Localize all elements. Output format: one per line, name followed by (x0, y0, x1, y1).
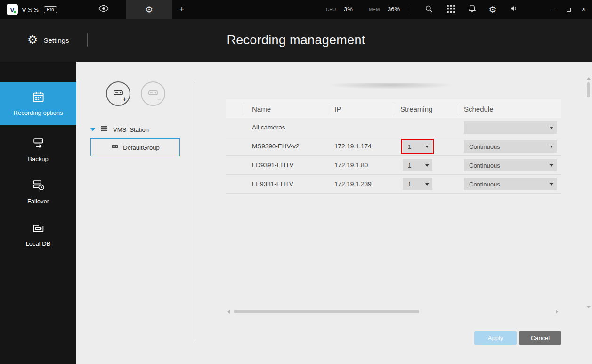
camera-ip: 172.19.1.239 (334, 175, 372, 193)
remove-station-button[interactable]: − (141, 81, 165, 106)
tab-settings[interactable]: ⚙ (126, 0, 172, 19)
page-header: ⚙ Settings Recording management (0, 19, 592, 62)
settings-sidebar: Recording options Backup Failover Local … (0, 62, 76, 364)
plus-icon: + (122, 96, 126, 103)
hscroll-right-arrow[interactable] (556, 310, 558, 314)
tab-live-view[interactable] (90, 0, 117, 19)
panel-divider (195, 82, 195, 340)
column-separator (244, 105, 244, 113)
camera-ip: 172.19.1.80 (334, 156, 368, 174)
apps-grid-button[interactable] (445, 4, 457, 15)
recording-options-panel: + − VMS_Station DefaultGroup Name IP Str… (76, 62, 592, 364)
system-settings-button[interactable]: ⚙ (487, 4, 499, 15)
group-drive-icon (111, 142, 119, 153)
page-title: Recording management (0, 19, 592, 62)
expand-arrow-icon[interactable] (90, 128, 95, 131)
calendar-icon (32, 90, 45, 105)
station-stack-icon (100, 124, 108, 135)
maximize-icon (567, 8, 571, 12)
table-row-camera: FE9381-EHTV 172.19.1.239 1 Continuous (226, 175, 561, 194)
close-button[interactable]: × (576, 0, 592, 19)
sidebar-item-backup[interactable]: Backup (0, 135, 76, 164)
column-header-streaming: Streaming (400, 99, 432, 118)
maximize-button[interactable] (561, 0, 576, 19)
bell-icon (468, 4, 477, 15)
sidebar-item-recording-options[interactable]: Recording options (0, 82, 76, 125)
schedule-value: Continuous (464, 181, 546, 188)
sidebar-item-label: Local DB (26, 240, 51, 247)
audio-button[interactable] (508, 4, 520, 15)
cancel-button[interactable]: Cancel (519, 331, 561, 345)
camera-ip: 172.19.1.174 (334, 137, 372, 155)
column-separator (456, 105, 456, 113)
titlebar: V VSS Pro ⚙ + CPU 3% MEM 36% ⚙ – (0, 0, 592, 19)
add-tab-button[interactable]: + (172, 0, 191, 19)
tree-node-station[interactable]: VMS_Station (90, 124, 149, 135)
column-separator (395, 105, 395, 113)
column-header-name: Name (252, 99, 271, 118)
table-row-camera: MS9390-EHV-v2 172.19.1.174 1 Continuous (226, 137, 561, 156)
pro-badge: Pro (44, 6, 57, 13)
streaming-value: 1 (403, 181, 422, 188)
streaming-dropdown[interactable]: 1 (403, 178, 432, 190)
titlebar-divider (408, 5, 408, 14)
eye-icon (98, 3, 109, 16)
hscroll-left-arrow[interactable] (227, 310, 230, 314)
speaker-icon (509, 4, 519, 15)
minus-icon: − (157, 96, 161, 103)
cpu-value: 3% (344, 6, 353, 13)
chevron-down-icon (546, 127, 557, 129)
server-minus-icon (147, 87, 159, 100)
tree-node-default-group[interactable]: DefaultGroup (90, 138, 180, 156)
chevron-down-icon (422, 164, 432, 167)
gear-icon: ⚙ (145, 5, 153, 14)
mem-value: 36% (388, 6, 400, 13)
streaming-value: 1 (403, 162, 422, 169)
camera-name: MS9390-EHV-v2 (252, 137, 300, 155)
station-label: VMS_Station (113, 126, 149, 133)
table-row-camera: FD9391-EHTV 172.19.1.80 1 Continuous (226, 156, 561, 175)
cpu-label: CPU (326, 7, 336, 12)
minimize-button[interactable]: – (547, 0, 561, 19)
schedule-dropdown-all[interactable] (464, 121, 557, 134)
chevron-down-icon (422, 183, 432, 186)
group-label: DefaultGroup (123, 144, 159, 151)
vscroll-down-arrow[interactable] (587, 306, 591, 308)
streaming-dropdown[interactable]: 1 (403, 140, 432, 153)
gear-icon: ⚙ (488, 5, 496, 14)
table-header-row: Name IP Streaming Schedule (226, 99, 561, 118)
vss-logo-icon: V (7, 4, 18, 15)
chevron-down-icon (422, 146, 432, 148)
camera-name: FD9391-EHTV (252, 156, 294, 174)
sidebar-item-failover[interactable]: Failover (0, 177, 76, 206)
column-separator (329, 105, 329, 113)
failover-icon (32, 179, 45, 194)
search-icon (424, 4, 433, 15)
notifications-button[interactable] (466, 4, 478, 15)
backup-icon (32, 137, 45, 151)
column-header-schedule: Schedule (464, 99, 494, 118)
sidebar-item-label: Recording options (14, 109, 63, 116)
chevron-down-icon (546, 146, 557, 148)
sidebar-item-local-db[interactable]: Local DB (0, 219, 76, 249)
horizontal-scrollbar[interactable] (234, 310, 419, 313)
schedule-value: Continuous (464, 143, 546, 150)
apply-button[interactable]: Apply (474, 331, 517, 345)
schedule-value: Continuous (464, 162, 546, 169)
vscroll-up-arrow[interactable] (587, 77, 591, 80)
camera-name: All cameras (252, 118, 285, 137)
schedule-dropdown[interactable]: Continuous (464, 140, 557, 153)
streaming-dropdown[interactable]: 1 (403, 159, 432, 171)
vertical-scrollbar[interactable] (587, 82, 590, 97)
app-name: VSS (22, 6, 40, 14)
scroll-shadow (304, 83, 478, 89)
column-header-ip: IP (334, 99, 341, 118)
search-button[interactable] (422, 4, 435, 15)
chevron-down-icon (546, 183, 557, 186)
add-station-button[interactable]: + (106, 81, 130, 106)
server-plus-icon (113, 87, 124, 100)
mem-label: MEM (369, 7, 380, 12)
streaming-value: 1 (403, 143, 422, 150)
schedule-dropdown[interactable]: Continuous (464, 159, 557, 171)
schedule-dropdown[interactable]: Continuous (464, 178, 557, 190)
